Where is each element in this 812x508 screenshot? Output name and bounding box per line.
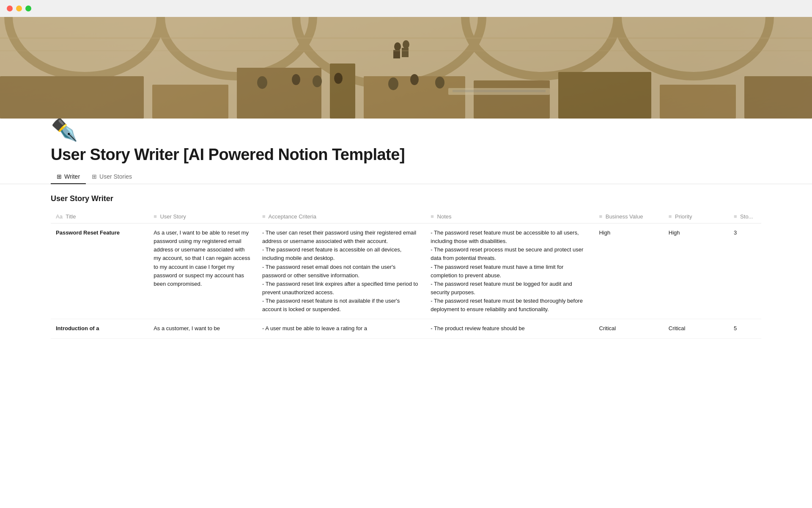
window-chrome: [0, 0, 812, 17]
minimize-button[interactable]: [16, 6, 22, 11]
writer-tab-icon: ⊞: [57, 173, 62, 180]
story-col-icon: ≡: [734, 213, 737, 220]
table-row[interactable]: Introduction of a As a customer, I want …: [51, 319, 761, 338]
cell-notes-1: - The product review feature should be: [425, 319, 594, 338]
svg-point-19: [388, 77, 398, 90]
tab-user-stories[interactable]: ⊞ User Stories: [86, 170, 138, 184]
svg-rect-9: [330, 64, 355, 119]
cell-notes-0: - The password reset feature must be acc…: [425, 224, 594, 319]
page-icon: ✒️: [51, 119, 761, 141]
bizvalue-col-icon: ≡: [599, 213, 603, 220]
svg-point-23: [403, 40, 409, 49]
writer-tab-label: Writer: [64, 173, 80, 180]
col-header-story: ≡ Sto...: [729, 210, 761, 224]
user-stories-tab-icon: ⊞: [92, 173, 97, 180]
col-header-acceptance: ≡ Acceptance Criteria: [257, 210, 425, 224]
svg-rect-6: [0, 76, 144, 119]
cell-story-0: 3: [729, 224, 761, 319]
svg-point-17: [313, 75, 322, 87]
priority-col-icon: ≡: [669, 213, 672, 220]
title-col-icon: Aa: [56, 213, 63, 220]
cell-bizvalue-1: Critical: [594, 319, 664, 338]
database-table: Aa Title ≡ User Story ≡ Acceptance Crite…: [51, 210, 761, 339]
cell-bizvalue-0: High: [594, 224, 664, 319]
cell-acceptance-0: - The user can reset their password usin…: [257, 224, 425, 319]
page-icon-area: ✒️: [0, 119, 812, 141]
svg-rect-13: [660, 85, 736, 119]
cell-title-0: Password Reset Feature: [51, 224, 148, 319]
svg-rect-11: [474, 80, 550, 119]
database-title: User Story Writer: [51, 194, 761, 203]
userstory-col-icon: ≡: [154, 213, 157, 220]
svg-point-18: [334, 73, 343, 84]
svg-rect-14: [744, 76, 812, 119]
col-header-user-story: ≡ User Story: [148, 210, 257, 224]
notes-col-icon: ≡: [431, 213, 434, 220]
page-banner: [0, 17, 812, 119]
page-title: User Story Writer [AI Powered Notion Tem…: [0, 141, 812, 164]
cell-userstory-0: As a user, I want to be able to reset my…: [148, 224, 257, 319]
table-row[interactable]: Password Reset Feature As a user, I want…: [51, 224, 761, 319]
cell-title-1: Introduction of a: [51, 319, 148, 338]
col-header-priority: ≡ Priority: [664, 210, 729, 224]
user-stories-tab-label: User Stories: [99, 173, 132, 180]
col-header-biz-value: ≡ Business Value: [594, 210, 664, 224]
svg-point-20: [410, 74, 419, 85]
svg-point-15: [257, 76, 267, 89]
col-header-notes: ≡ Notes: [425, 210, 594, 224]
svg-point-21: [435, 77, 444, 88]
cell-story-1: 5: [729, 319, 761, 338]
cell-priority-1: Critical: [664, 319, 729, 338]
tab-writer[interactable]: ⊞ Writer: [51, 170, 86, 184]
svg-rect-29: [453, 90, 546, 92]
cell-priority-0: High: [664, 224, 729, 319]
col-header-title: Aa Title: [51, 210, 148, 224]
svg-rect-12: [558, 72, 651, 119]
close-button[interactable]: [7, 6, 13, 11]
database-section: User Story Writer Aa Title ≡ User Story …: [0, 184, 812, 339]
acceptance-col-icon: ≡: [262, 213, 266, 220]
cell-acceptance-1: - A user must be able to leave a rating …: [257, 319, 425, 338]
svg-rect-25: [402, 48, 409, 57]
maximize-button[interactable]: [25, 6, 31, 11]
svg-rect-8: [237, 68, 321, 119]
svg-point-22: [394, 42, 401, 51]
table-header-row: Aa Title ≡ User Story ≡ Acceptance Crite…: [51, 210, 761, 224]
svg-point-16: [292, 74, 300, 85]
page-container: ✒️ User Story Writer [AI Powered Notion …: [0, 17, 812, 339]
tabs-bar: ⊞ Writer ⊞ User Stories: [0, 164, 812, 184]
svg-rect-7: [152, 85, 228, 119]
cell-userstory-1: As a customer, I want to be: [148, 319, 257, 338]
